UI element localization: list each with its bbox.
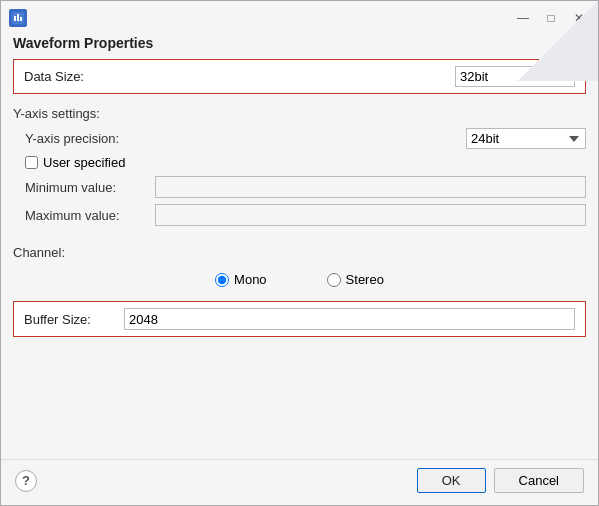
mono-option[interactable]: Mono xyxy=(215,272,267,287)
minimize-button[interactable]: — xyxy=(512,7,534,29)
buffer-size-input[interactable] xyxy=(124,308,575,330)
svg-rect-2 xyxy=(17,14,19,21)
title-bar-controls: — □ ✕ xyxy=(512,7,590,29)
app-icon xyxy=(9,9,27,27)
mono-radio[interactable] xyxy=(215,273,229,287)
maximum-value-input[interactable] xyxy=(155,204,586,226)
minimum-value-row: Minimum value: xyxy=(13,173,586,201)
content-area: Data Size: 16bit 24bit 32bit 64bit Y-axi… xyxy=(1,59,598,459)
data-size-dropdown-wrapper: 16bit 24bit 32bit 64bit xyxy=(124,66,575,87)
maximum-value-label: Maximum value: xyxy=(25,208,155,223)
data-size-label: Data Size: xyxy=(24,69,124,84)
window-title: Waveform Properties xyxy=(1,33,598,59)
main-window: — □ ✕ Waveform Properties Data Size: 16b… xyxy=(0,0,599,506)
data-size-dropdown[interactable]: 16bit 24bit 32bit 64bit xyxy=(455,66,575,87)
y-axis-precision-row: Y-axis precision: 8bit 16bit 24bit 32bit xyxy=(13,125,586,152)
svg-rect-1 xyxy=(14,16,16,21)
svg-rect-3 xyxy=(20,17,22,21)
maximize-button[interactable]: □ xyxy=(540,7,562,29)
y-axis-section-label: Y-axis settings: xyxy=(13,106,586,121)
data-size-section: Data Size: 16bit 24bit 32bit 64bit xyxy=(13,59,586,94)
user-specified-row: User specified xyxy=(13,152,586,173)
help-button[interactable]: ? xyxy=(15,470,37,492)
title-bar: — □ ✕ xyxy=(1,1,598,33)
y-axis-precision-dropdown-wrapper: 8bit 16bit 24bit 32bit xyxy=(155,128,586,149)
channel-section: Channel: Mono Stereo xyxy=(13,237,586,299)
minimum-value-label: Minimum value: xyxy=(25,180,155,195)
ok-button[interactable]: OK xyxy=(417,468,486,493)
stereo-label: Stereo xyxy=(346,272,384,287)
title-bar-left xyxy=(9,9,27,27)
cancel-button[interactable]: Cancel xyxy=(494,468,584,493)
minimum-value-input[interactable] xyxy=(155,176,586,198)
buffer-size-label: Buffer Size: xyxy=(24,312,124,327)
y-axis-precision-dropdown[interactable]: 8bit 16bit 24bit 32bit xyxy=(466,128,586,149)
y-axis-section: Y-axis settings: Y-axis precision: 8bit … xyxy=(13,102,586,237)
channel-label: Channel: xyxy=(13,245,586,260)
channel-radio-row: Mono Stereo xyxy=(13,268,586,291)
footer-buttons: OK Cancel xyxy=(417,468,584,493)
stereo-option[interactable]: Stereo xyxy=(327,272,384,287)
stereo-radio[interactable] xyxy=(327,273,341,287)
mono-label: Mono xyxy=(234,272,267,287)
y-axis-precision-label: Y-axis precision: xyxy=(25,131,155,146)
footer: ? OK Cancel xyxy=(1,459,598,505)
close-button[interactable]: ✕ xyxy=(568,7,590,29)
maximum-value-row: Maximum value: xyxy=(13,201,586,229)
buffer-size-section: Buffer Size: xyxy=(13,301,586,337)
user-specified-checkbox[interactable] xyxy=(25,156,38,169)
user-specified-label: User specified xyxy=(43,155,125,170)
